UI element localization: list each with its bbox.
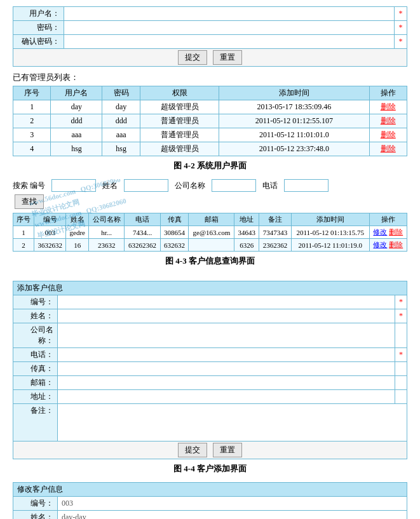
modify-row-name: 姓名： day-day [13,511,407,520]
section-customer-add: 添加客户信息 编号： * 姓名： * 公司名称： 电话： * 传真： 邮箱： [13,281,407,475]
modify-label-name: 姓名： [13,511,58,520]
delete-link[interactable]: 删除 [381,144,396,153]
field-label-note: 备注： [13,404,58,441]
field-row-num: 编号： * [13,295,407,309]
field-label-name: 姓名： [13,309,58,323]
search-name-label: 姓名 [102,180,118,191]
cell-op[interactable]: 删除 [369,114,407,128]
table-row: 4 hsg hsg 超级管理员 2011-05-12 23:37:48.0 删除 [13,142,407,156]
customer-header-row: 序号 编号 姓名 公司名称 电话 传真 邮箱 地址 备注 添加时间 操作 [13,213,407,226]
add-phone-input[interactable] [62,350,391,360]
add-fax-input[interactable] [62,364,391,374]
field-input-note [58,404,407,441]
col-phone: 电话 [125,213,160,226]
field-star-fax [395,362,407,376]
add-note-textarea[interactable] [62,405,403,437]
col-op: 操作 [369,86,407,100]
cell-seq: 2 [13,114,51,128]
confirm-input[interactable] [68,37,390,46]
search-phone-label: 电话 [262,180,278,191]
delete-link[interactable]: 删除 [381,102,396,111]
edit-link[interactable]: 修改 [373,241,387,248]
fig2-caption: 图 4-3 客户信息查询界面 [13,255,407,267]
cell-username: ddd [51,114,102,128]
confirm-star: * [395,35,407,49]
cell-role: 超级管理员 [140,142,219,156]
cell-username: aaa [51,128,102,142]
section-customer-modify: 修改客户信息 编号： 003 姓名： day-day 公司名称： hr-shre… [13,482,407,519]
search-num-input[interactable] [51,179,96,192]
search-company-input[interactable] [212,179,256,192]
modify-row-num: 编号： 003 [13,497,407,511]
search-button[interactable]: 查找 [15,194,44,209]
cell-op[interactable]: 删除 [369,100,407,114]
field-row-name: 姓名： * [13,309,407,323]
cell-time: 2011-05-12 23:37:48.0 [219,142,369,156]
add-reset-button[interactable]: 重置 [213,443,242,457]
search-num-label: 搜索 编号 [13,180,45,191]
password-input-cell [64,21,395,35]
table-row: 2 3632632 16 23632 63262362 632632 6326 … [13,239,407,252]
field-row-email: 邮箱： [13,376,407,390]
cell-username: hsg [51,142,102,156]
modify-value-num: 003 [58,497,407,511]
section-customer-query: www.56doc.com QQ:30682060 毕业设计论文网 www.56… [13,179,407,273]
cell-op[interactable]: 删除 [369,142,407,156]
add-num-input[interactable] [62,297,391,307]
registration-form: 用户名： * 密码： * 确认密码： * 提交 重置 [13,6,407,67]
col-note: 备注 [259,213,292,226]
add-addr-input[interactable] [62,392,391,401]
field-row-addr: 地址： [13,390,407,404]
field-label-email: 邮箱： [13,376,58,390]
field-row-phone: 电话： * [13,348,407,362]
col-seq: 序号 [13,86,51,100]
field-input-phone [58,348,395,362]
form1-reset-button[interactable]: 重置 [213,50,242,65]
delete-link[interactable]: 删除 [389,241,403,248]
cell-num: 003 [34,226,66,239]
cell-addr: 34643 [234,226,259,239]
field-star-name: * [395,309,407,323]
table-row: 2 ddd ddd 普通管理员 2011-05-12 01:12:55.107 … [13,114,407,128]
search-phone-input[interactable] [284,179,329,192]
username-input-cell [64,7,395,21]
form1-submit-button[interactable]: 提交 [178,50,207,65]
cell-company: hr... [89,226,125,239]
col-addr: 地址 [234,213,259,226]
cell-seq: 4 [13,142,51,156]
edit-link[interactable]: 修改 [373,228,387,236]
cell-phone: 63262362 [125,239,160,252]
password-label: 密码： [13,21,64,35]
field-input-company [58,323,395,348]
delete-link[interactable]: 删除 [381,130,396,139]
cell-op[interactable]: 修改 删除 [369,239,407,252]
field-row-company: 公司名称： [13,323,407,348]
add-submit-button[interactable]: 提交 [178,443,207,457]
cell-op[interactable]: 删除 [369,128,407,142]
col-password: 密码 [102,86,140,100]
cell-name: gedre [66,226,89,239]
username-label: 用户名： [13,7,64,21]
confirm-input-cell [64,35,395,49]
cell-note: 2362362 [259,239,292,252]
password-row: 密码： * [13,21,407,35]
search-name-input[interactable] [124,179,168,192]
col-num: 编号 [34,213,66,226]
password-input[interactable] [68,23,390,32]
add-email-input[interactable] [62,378,391,388]
modify-customer-form: 编号： 003 姓名： day-day 公司名称： hr-shre 电话： 64… [13,496,407,519]
cell-seq: 1 [13,226,34,239]
add-company-input[interactable] [62,331,391,340]
admin-header-row: 序号 用户名 密码 权限 添加时间 操作 [13,86,407,100]
add-customer-form: 编号： * 姓名： * 公司名称： 电话： * 传真： 邮箱： [13,295,407,459]
cell-time: 2011-05-12 11:01:19.0 [291,239,369,252]
username-input[interactable] [68,9,390,18]
delete-link[interactable]: 删除 [381,116,396,125]
delete-link[interactable]: 删除 [389,228,403,236]
col-op: 操作 [369,213,407,226]
cell-role: 普通管理员 [140,114,219,128]
cell-time: 2013-05-17 18:35:09.46 [219,100,369,114]
add-name-input[interactable] [62,311,391,321]
cell-op[interactable]: 修改 删除 [369,226,407,239]
col-role: 权限 [140,86,219,100]
